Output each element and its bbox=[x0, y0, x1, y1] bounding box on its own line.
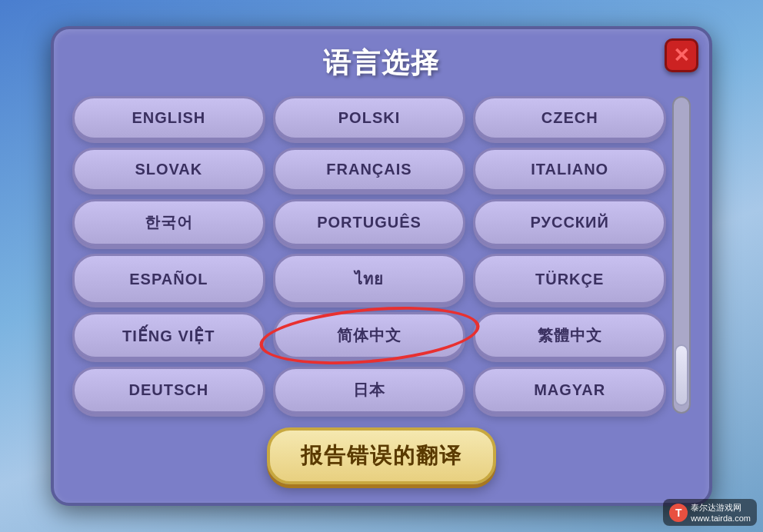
language-button-slovak[interactable]: SLOVAK bbox=[72, 148, 265, 191]
watermark-text: 泰尔达游戏网 www.tairda.com bbox=[691, 502, 751, 523]
language-button-japanese[interactable]: 日本 bbox=[273, 367, 466, 414]
language-button-polski[interactable]: POLSKI bbox=[273, 96, 466, 140]
language-grid: ENGLISHPOLSKICZECHSLOVAKFRANÇAISiTALIANO… bbox=[72, 96, 666, 414]
language-button-portugues[interactable]: PORTUGUêS bbox=[273, 199, 466, 246]
language-button-english[interactable]: ENGLISH bbox=[72, 96, 265, 140]
scrollbar-thumb[interactable] bbox=[675, 344, 688, 406]
language-grid-container: ENGLISHPOLSKICZECHSLOVAKFRANÇAISiTALIANO… bbox=[72, 96, 691, 414]
close-button[interactable]: ✕ bbox=[665, 38, 698, 72]
language-button-korean[interactable]: 한국어 bbox=[72, 199, 265, 246]
language-button-traditional-cn[interactable]: 繁體中文 bbox=[473, 312, 666, 359]
scrollbar-track[interactable] bbox=[672, 96, 691, 414]
language-button-espanol[interactable]: ESPAÑOL bbox=[72, 254, 265, 304]
language-button-russian[interactable]: русский bbox=[473, 199, 666, 246]
language-button-czech[interactable]: CZECH bbox=[473, 96, 666, 140]
language-button-magyar[interactable]: MAGYAR bbox=[473, 367, 666, 414]
language-button-tieng-viet[interactable]: TiếNG ViệT bbox=[72, 312, 265, 359]
language-button-turkce[interactable]: TÜRKçE bbox=[473, 254, 666, 304]
language-button-thai[interactable]: ไทย bbox=[273, 254, 466, 304]
language-button-italiano[interactable]: iTALIANO bbox=[473, 148, 666, 191]
watermark-icon: T bbox=[669, 504, 688, 522]
report-translation-button[interactable]: 报告错误的翻译 bbox=[267, 427, 496, 484]
dialog-title: 语言选择 bbox=[323, 45, 440, 82]
language-button-deutsch[interactable]: DEUTSCH bbox=[72, 367, 265, 414]
close-icon: ✕ bbox=[673, 44, 690, 68]
language-button-simplified-cn[interactable]: 简体中文 bbox=[273, 312, 466, 359]
watermark: T 泰尔达游戏网 www.tairda.com bbox=[663, 499, 757, 526]
highlight-circle bbox=[257, 299, 481, 373]
language-dialog: 语言选择 ✕ ENGLISHPOLSKICZECHSLOVAKFRANÇAISi… bbox=[51, 26, 712, 506]
language-button-francais[interactable]: FRANÇAIS bbox=[273, 148, 466, 191]
